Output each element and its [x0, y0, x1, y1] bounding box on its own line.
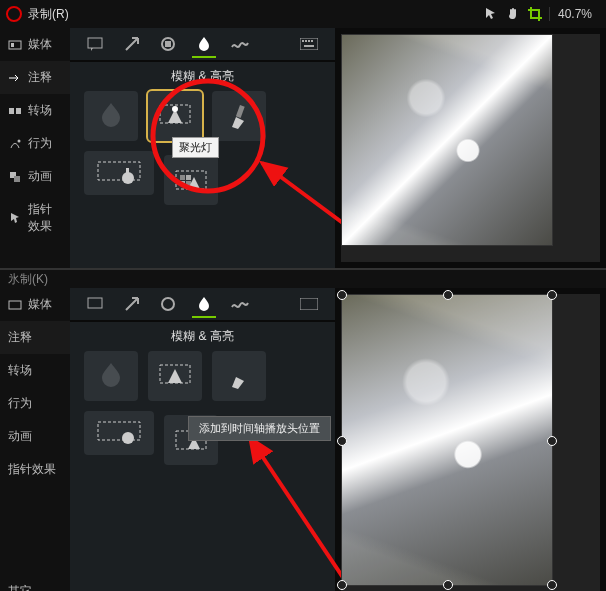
- sidebar-item-label: 其它: [8, 583, 32, 591]
- svg-rect-23: [180, 175, 185, 180]
- preview-canvas-1[interactable]: [341, 34, 600, 262]
- crop-icon[interactable]: [527, 6, 543, 22]
- sidebar-item-transition[interactable]: 转场: [0, 94, 70, 127]
- tab-blur-icon[interactable]: [192, 32, 216, 58]
- svg-rect-2: [9, 108, 14, 114]
- sidebar-item-animation[interactable]: 动画: [0, 160, 70, 193]
- tile-pixelate[interactable]: [164, 155, 218, 205]
- tab-shape-icon[interactable]: [156, 292, 180, 316]
- transition-icon: [8, 104, 22, 118]
- tab-arrow-icon[interactable]: [120, 32, 144, 56]
- resize-handle[interactable]: [547, 290, 557, 300]
- tooltip-spotlight: 聚光灯: [172, 137, 219, 158]
- resize-handle[interactable]: [547, 436, 557, 446]
- preview-canvas-2[interactable]: [341, 294, 600, 591]
- resize-handle[interactable]: [547, 580, 557, 590]
- effects-panel-2: 模糊 & 高亮 添加到时间轴播放头位置: [70, 288, 335, 591]
- left-sidebar-2: 媒体 注释 转场 行为 动画 指针效果 其它: [0, 288, 70, 591]
- canvas-tools-1: 40.7%: [483, 6, 600, 22]
- tile-highlight-pen[interactable]: [212, 351, 266, 401]
- media-icon: [8, 298, 22, 312]
- svg-rect-28: [9, 301, 21, 309]
- resize-handle[interactable]: [337, 290, 347, 300]
- tile-interactive-hotspot[interactable]: [84, 411, 154, 455]
- tile-blur[interactable]: [84, 91, 138, 141]
- svg-rect-14: [311, 40, 313, 42]
- tab-sketch-icon[interactable]: [228, 292, 252, 316]
- tile-spotlight[interactable]: [148, 351, 202, 401]
- svg-rect-1: [11, 43, 14, 47]
- resize-handle[interactable]: [443, 290, 453, 300]
- svg-rect-13: [308, 40, 310, 42]
- svg-rect-29: [88, 298, 102, 308]
- svg-rect-6: [14, 176, 20, 182]
- sidebar-item-label: 转场: [8, 362, 32, 379]
- animation-icon: [8, 170, 22, 184]
- record-menu[interactable]: 录制(R): [28, 6, 69, 23]
- svg-point-30: [162, 298, 174, 310]
- sidebar-item-animation[interactable]: 动画: [0, 420, 70, 453]
- sidebar-item-behavior[interactable]: 行为: [0, 387, 70, 420]
- svg-rect-0: [9, 41, 21, 49]
- tab-keyboard-icon[interactable]: [297, 32, 321, 56]
- sidebar-item-label: 指针效果: [8, 461, 56, 478]
- svg-point-17: [172, 106, 178, 112]
- tile-highlight-pen[interactable]: [212, 91, 266, 141]
- sidebar-item-label: 行为: [28, 135, 52, 152]
- tab-sketch-icon[interactable]: [228, 32, 252, 56]
- left-sidebar-1: 媒体 注释 转场 行为 动画 指针效果: [0, 28, 70, 268]
- effects-tab-row: [70, 28, 335, 62]
- svg-rect-7: [88, 38, 102, 48]
- sidebar-item-label: 指针效果: [28, 201, 62, 235]
- tab-shape-icon[interactable]: [156, 32, 180, 56]
- sidebar-item-transition[interactable]: 转场: [0, 354, 70, 387]
- sidebar-item-label: 注释: [28, 69, 52, 86]
- sidebar-item-label: 注释: [8, 329, 32, 346]
- effects-panel-1: 模糊 & 高亮 聚光灯: [70, 28, 335, 268]
- hand-icon[interactable]: [505, 6, 521, 22]
- sidebar-item-other[interactable]: 其它: [0, 575, 70, 591]
- sidebar-item-pointer[interactable]: 指针效果: [0, 453, 70, 486]
- tab-callout-icon[interactable]: [84, 292, 108, 316]
- sidebar-item-media[interactable]: 媒体: [0, 28, 70, 61]
- tab-blur-icon[interactable]: [192, 292, 216, 318]
- cursor-icon[interactable]: [483, 6, 499, 22]
- resize-handle[interactable]: [337, 436, 347, 446]
- svg-rect-12: [305, 40, 307, 42]
- svg-rect-31: [300, 298, 318, 310]
- sidebar-item-behavior[interactable]: 行为: [0, 127, 70, 160]
- svg-rect-11: [302, 40, 304, 42]
- effects-grid-2: [70, 351, 335, 465]
- svg-rect-21: [126, 168, 129, 176]
- crumb-2: 氷制(K): [0, 270, 606, 288]
- sidebar-item-annotate[interactable]: 注释: [0, 61, 70, 94]
- tab-keyboard-icon[interactable]: [297, 292, 321, 316]
- tooltip-add-to-timeline[interactable]: 添加到时间轴播放头位置: [188, 416, 331, 441]
- resize-handle[interactable]: [443, 580, 453, 590]
- record-icon: [6, 6, 22, 22]
- tile-spotlight[interactable]: 聚光灯: [148, 91, 202, 141]
- svg-rect-15: [304, 45, 314, 47]
- svg-point-4: [18, 139, 21, 142]
- media-icon: [8, 38, 22, 52]
- sidebar-item-label: 行为: [8, 395, 32, 412]
- tile-interactive-hotspot[interactable]: [84, 151, 154, 195]
- svg-rect-10: [300, 38, 318, 50]
- pointer-icon: [8, 211, 22, 225]
- zoom-level[interactable]: 40.7%: [549, 7, 600, 21]
- tab-arrow-icon[interactable]: [120, 292, 144, 316]
- titlebar-1: 录制(R) 40.7%: [0, 0, 606, 28]
- tile-blur[interactable]: [84, 351, 138, 401]
- behavior-icon: [8, 137, 22, 151]
- resize-handle[interactable]: [337, 580, 347, 590]
- tab-callout-icon[interactable]: [84, 32, 108, 56]
- sidebar-item-media[interactable]: 媒体: [0, 288, 70, 321]
- sidebar-item-annotate[interactable]: 注释: [0, 321, 70, 354]
- preview-image-2: [341, 294, 553, 586]
- section-title: 模糊 & 高亮: [70, 62, 335, 91]
- effects-grid-1: 聚光灯: [70, 91, 335, 205]
- section-title-2: 模糊 & 高亮: [70, 322, 335, 351]
- sidebar-item-label: 媒体: [28, 36, 52, 53]
- svg-rect-25: [180, 181, 185, 186]
- sidebar-item-pointer[interactable]: 指针效果: [0, 193, 70, 243]
